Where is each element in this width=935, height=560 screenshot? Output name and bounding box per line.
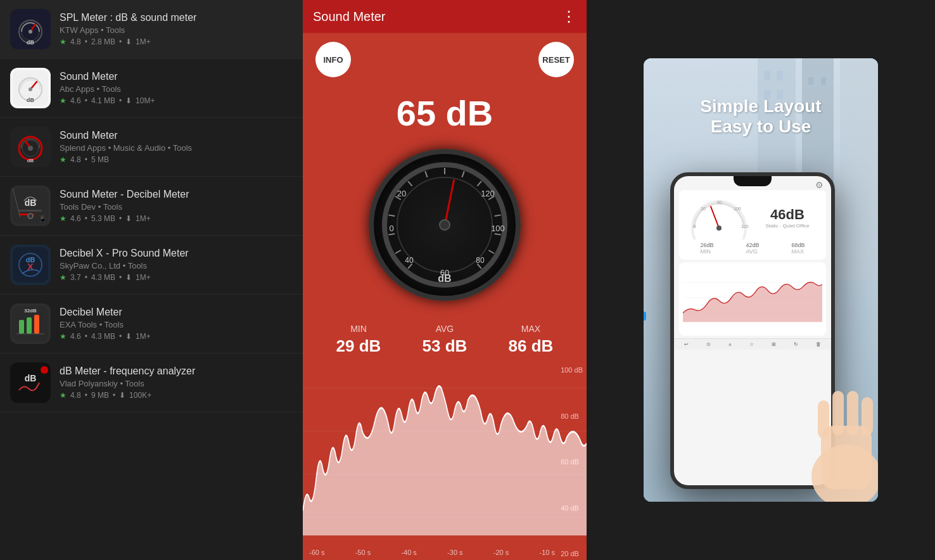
- svg-text:dB: dB: [27, 158, 34, 163]
- stats-row: MIN 29 dB AVG 53 dB MAX 86 dB: [303, 314, 587, 361]
- app-info-sound-splend: Sound Meter Splend Apps • Music & Audio …: [60, 130, 293, 164]
- svg-text:0: 0: [389, 224, 393, 233]
- db-display: 65 dB: [303, 92, 587, 134]
- app-dev-decibel-exa: EXA Tools • Tools: [60, 320, 293, 329]
- app-name-db-freq: dB Meter - frequency analyzer: [60, 366, 293, 377]
- feature-label-start-pause: Start/Pause: [644, 312, 646, 321]
- svg-rect-31: [34, 315, 39, 334]
- more-options-icon[interactable]: ⋮: [561, 8, 576, 25]
- stat-min-label: MIN: [336, 324, 381, 334]
- reset-button[interactable]: RESET: [538, 42, 574, 77]
- svg-line-45: [425, 171, 427, 177]
- app-icon-sound-abc: dB: [10, 68, 51, 108]
- star-icon: ★: [60, 155, 67, 164]
- app-dev-db-freq: Vlad Polyanskiy • Tools: [60, 379, 293, 388]
- app-icon-decibel-meter: dB 📱: [10, 186, 51, 226]
- phone-toolbar: ↩⊙±☆⊞↻🗑: [674, 338, 831, 350]
- app-list-panel: dB SPL Meter : dB & sound meter KTW Apps…: [0, 0, 303, 560]
- svg-line-41: [388, 234, 395, 235]
- time-label-40: -40 s: [401, 549, 416, 556]
- stat-max-label: MAX: [509, 324, 554, 334]
- app-name-decibel-meter: Sound Meter - Decibel Meter: [60, 189, 293, 200]
- star-icon: ★: [60, 273, 67, 282]
- star-icon: ★: [60, 96, 67, 105]
- svg-line-51: [495, 234, 501, 235]
- phone-stats: 26dBMIN 42dBAVG 68dBMAX: [684, 242, 821, 255]
- svg-rect-19: [19, 210, 42, 212]
- app-info-db-freq: dB Meter - frequency analyzer Vlad Polya…: [60, 366, 293, 400]
- app-icon-db-freq: dB: [10, 362, 51, 403]
- app-icon-sound-splend: dB: [10, 127, 51, 167]
- gauge-outer: 20 0 40 60 80 100 120 dB: [369, 149, 521, 301]
- svg-point-36: [41, 366, 48, 374]
- app-meta-sound-abc: ★ 4.6 • 4.1 MB • ⬇ 10M+: [60, 96, 293, 105]
- phone-gauge-area: 0 20 60 100 120: [679, 190, 826, 260]
- app-info-decibel-meter: Sound Meter - Decibel Meter Tools Dev • …: [60, 189, 293, 223]
- svg-point-9: [29, 87, 32, 91]
- app-meta-decibel-exa: ★ 4.6 • 4.3 MB • ⬇ 1M+: [60, 332, 293, 341]
- svg-text:40: 40: [405, 256, 414, 265]
- time-label-30: -30 s: [447, 549, 462, 556]
- time-label-10: -10 s: [540, 549, 555, 556]
- time-axis: -60 s -50 s -40 s -30 s -20 s -10 s: [309, 549, 555, 556]
- app-info-spl: SPL Meter : dB & sound meter KTW Apps • …: [60, 12, 293, 46]
- svg-text:20: 20: [701, 207, 706, 211]
- app-info-sound-abc: Sound Meter Abc Apps • Tools ★ 4.6 • 4.1…: [60, 71, 293, 105]
- screenshot-title-line2: Easy to Use: [644, 117, 878, 137]
- time-label-50: -50 s: [355, 549, 371, 556]
- right-panel: Simple Layout Easy to Use ⚙: [587, 0, 935, 560]
- svg-text:80: 80: [476, 256, 485, 265]
- phone-small-gauge: 0 20 60 100 120: [684, 195, 754, 239]
- stat-min-value: 29 dB: [336, 336, 381, 356]
- app-preview-panel: Sound Meter ⋮ INFO RESET 65 dB: [303, 0, 587, 560]
- svg-text:32dB: 32dB: [24, 308, 37, 314]
- app-item-decibel-meter[interactable]: dB 📱 Sound Meter - Decibel Meter Tools D…: [0, 177, 303, 236]
- screenshot-title-line1: Simple Layout: [644, 96, 878, 117]
- svg-point-62: [440, 220, 450, 230]
- svg-text:100: 100: [734, 207, 741, 211]
- svg-line-52: [488, 250, 494, 253]
- app-name-sound-splend: Sound Meter: [60, 130, 293, 141]
- app-item-decibel-exa[interactable]: 32dB Decibel Meter EXA Tools • Tools ★ 4…: [0, 295, 303, 353]
- phone-chart-area: [679, 262, 826, 336]
- gauge-container: 20 0 40 60 80 100 120 dB: [356, 136, 533, 314]
- star-icon: ★: [60, 391, 67, 400]
- app-meta-decibel-meter: ★ 4.6 • 5.3 MB • ⬇ 1M+: [60, 214, 293, 223]
- svg-text:120: 120: [481, 189, 495, 198]
- app-item-decibel-x[interactable]: dB X Decibel X - Pro Sound Meter SkyPaw …: [0, 236, 303, 295]
- svg-rect-93: [847, 391, 858, 435]
- app-name-decibel-x: Decibel X - Pro Sound Meter: [60, 248, 293, 259]
- app-name-sound-abc: Sound Meter: [60, 71, 293, 82]
- hand-svg: [802, 350, 878, 502]
- svg-text:dB: dB: [25, 373, 37, 383]
- star-icon: ★: [60, 214, 67, 223]
- svg-rect-91: [818, 400, 829, 438]
- app-meta-spl: ★ 4.8 • 2.8 MB • ⬇ 1M+: [60, 37, 293, 46]
- app-name-spl: SPL Meter : dB & sound meter: [60, 12, 293, 23]
- stat-avg: AVG 53 dB: [423, 324, 468, 356]
- star-icon: ★: [60, 37, 67, 46]
- svg-point-22: [28, 213, 33, 219]
- hand-illustration: [802, 350, 878, 502]
- svg-point-4: [29, 30, 32, 34]
- app-dev-decibel-x: SkyPaw Co., Ltd • Tools: [60, 261, 293, 270]
- star-icon: ★: [60, 332, 67, 341]
- svg-rect-76: [821, 77, 826, 85]
- screenshot-card: Simple Layout Easy to Use ⚙: [644, 58, 878, 502]
- db-label-60: 60 dB: [561, 458, 583, 466]
- app-icon-decibel-exa: 32dB: [10, 303, 51, 344]
- svg-text:dB: dB: [27, 39, 34, 46]
- svg-point-84: [716, 226, 722, 231]
- app-name-decibel-exa: Decibel Meter: [60, 307, 293, 318]
- info-button[interactable]: INFO: [315, 42, 351, 77]
- svg-text:dB: dB: [27, 97, 34, 103]
- db-label-40: 40 dB: [561, 504, 583, 512]
- svg-rect-29: [19, 320, 24, 334]
- app-item-db-freq[interactable]: dB dB Meter - frequency analyzer Vlad Po…: [0, 353, 303, 412]
- app-item-sound-splend[interactable]: dB Sound Meter Splend Apps • Music & Aud…: [0, 118, 303, 177]
- db-label-100: 100 dB: [561, 366, 583, 374]
- app-meta-sound-splend: ★ 4.8 • 5 MB: [60, 155, 293, 164]
- svg-line-50: [495, 215, 501, 216]
- app-item-sound-abc[interactable]: dB Sound Meter Abc Apps • Tools ★ 4.6 • …: [0, 59, 303, 118]
- app-item-spl-meter[interactable]: dB SPL Meter : dB & sound meter KTW Apps…: [0, 0, 303, 59]
